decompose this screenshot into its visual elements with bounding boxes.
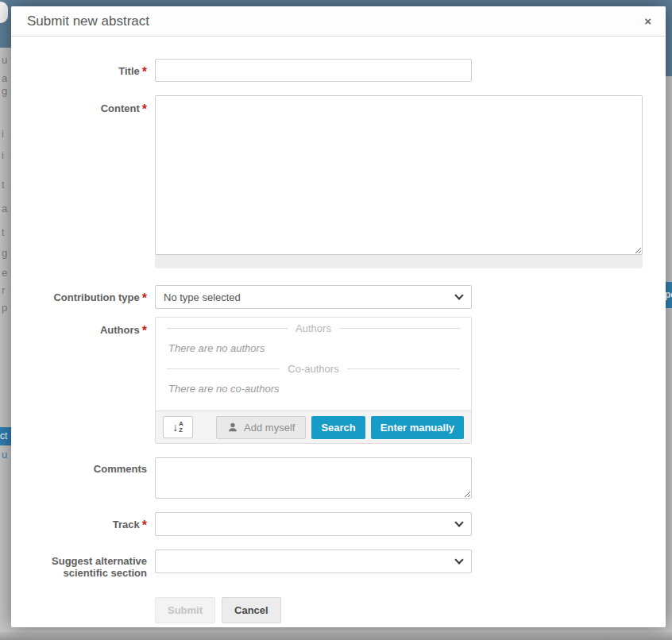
authors-toolbar: ↓ A Z Add myself [156,411,471,443]
backdrop-text-fragment: i [2,149,4,161]
add-myself-label: Add myself [244,422,295,434]
comments-row: Comments [11,457,666,499]
suggest-section-select-wrap [155,549,472,573]
suggest-section-row: Suggest alternative scientific section [11,549,666,579]
track-label: Track* [11,512,147,536]
content-label: Content* [11,95,147,268]
backdrop-text-fragment: t [2,226,5,238]
sort-arrow-icon: ↓ [172,422,178,433]
sort-z-letter: Z [179,427,183,434]
backdrop-text-fragment: e [2,267,7,279]
title-label: Title* [11,59,147,83]
backdrop-page-header-right [666,48,672,76]
backdrop-left-strip: ct u uagiitatgerp [0,48,11,635]
comments-textarea[interactable] [155,457,472,499]
backdrop-text-fragment: r [2,284,5,296]
coauthors-divider: Co-authors [167,363,460,375]
contribution-type-label: Contribution type* [11,285,147,309]
required-marker: * [142,102,147,116]
dialog-header: Submit new abstract × [11,6,666,37]
backdrop-text-fragment: u [2,54,7,66]
track-row: Track* [11,512,666,536]
cancel-button[interactable]: Cancel [222,597,281,623]
sort-az-icon: A Z [179,421,183,434]
dialog-actions: Submit Cancel [155,597,666,623]
comments-label-text: Comments [94,463,147,475]
dialog-body: Title* Content* Contribution type* No ty… [11,37,666,623]
backdrop-text-fragment: t [2,179,5,191]
enter-manually-button[interactable]: Enter manually [371,416,464,439]
sort-alpha-button[interactable]: ↓ A Z [163,416,193,438]
suggest-label-line2: scientific section [64,567,147,579]
suggest-section-label: Suggest alternative scientific section [11,549,147,579]
title-input[interactable] [155,59,472,82]
backdrop-text-fragment: a [2,202,7,214]
close-icon[interactable]: × [643,13,653,29]
backdrop-text-fragment: a [2,72,7,84]
content-row: Content* [11,95,666,268]
title-row: Title* [11,59,666,83]
backdrop-active-menu-fragment: ct [0,427,11,445]
authors-list: Authors There are no authors Co-authors … [156,318,471,411]
comments-label: Comments [11,457,147,499]
authors-empty-message: There are no authors [168,342,471,354]
suggest-label-line1: Suggest alternative [52,555,147,567]
authors-widget: Authors There are no authors Co-authors … [155,317,472,444]
content-counter-bar [155,255,643,268]
contribution-type-select-wrap: No type selected [155,285,472,309]
content-field-group [155,95,643,268]
contribution-type-select[interactable]: No type selected [155,285,472,309]
suggest-section-select[interactable] [155,549,472,573]
backdrop-button-fragment: pe [665,282,672,308]
title-label-text: Title [118,65,140,77]
dialog-title: Submit new abstract [27,13,643,29]
content-textarea[interactable] [155,95,643,255]
backdrop-text-fragment: g [2,247,7,259]
backdrop-text-fragment: i [2,128,4,140]
contribution-type-label-text: Contribution type [53,291,139,303]
search-button[interactable]: Search [311,416,365,439]
authors-label-text: Authors [100,324,140,336]
track-label-text: Track [113,519,140,530]
authors-row: Authors* Authors There are no authors Co… [11,317,666,444]
content-label-text: Content [101,102,140,114]
submit-button[interactable]: Submit [155,597,215,623]
add-myself-button[interactable]: Add myself [216,416,306,439]
authors-divider: Authors [167,322,460,334]
person-icon [227,422,238,433]
backdrop-text-fragment: p [2,302,7,314]
backdrop-bottom-shade [0,632,672,640]
required-marker: * [142,291,147,305]
backdrop-text-fragment: g [2,85,7,97]
backdrop-link-fragment: u [2,449,7,461]
required-marker: * [142,519,147,532]
contribution-type-row: Contribution type* No type selected [11,285,666,309]
track-select-wrap [155,512,472,536]
submit-abstract-dialog: Submit new abstract × Title* Content* Co… [11,6,666,627]
track-select[interactable] [155,512,472,536]
coauthors-empty-message: There are no co-authors [168,383,471,395]
authors-label: Authors* [11,317,147,444]
required-marker: * [142,324,147,337]
required-marker: * [142,65,147,79]
backdrop-searchbox-fragment [0,2,8,23]
